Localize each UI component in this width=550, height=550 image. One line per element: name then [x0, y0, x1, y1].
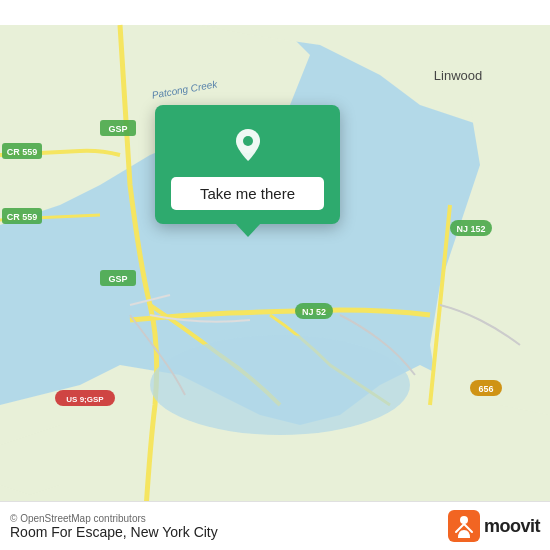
bottom-left: © OpenStreetMap contributors Room For Es…	[10, 513, 218, 540]
osm-credit: © OpenStreetMap contributors	[10, 513, 218, 524]
svg-text:NJ 152: NJ 152	[456, 224, 485, 234]
svg-text:CR 559: CR 559	[7, 212, 38, 222]
svg-text:CR 559: CR 559	[7, 147, 38, 157]
svg-text:NJ 52: NJ 52	[302, 307, 326, 317]
svg-text:US 9;GSP: US 9;GSP	[66, 395, 104, 404]
svg-text:Linwood: Linwood	[434, 68, 482, 83]
svg-point-26	[243, 136, 253, 146]
take-me-there-button[interactable]: Take me there	[171, 177, 324, 210]
svg-text:656: 656	[478, 384, 493, 394]
moovit-icon	[448, 510, 480, 542]
moovit-logo-container: moovit	[448, 510, 540, 542]
map-background: GSP GSP NJ 52 NJ 152 CR 559 CR 559 US 9;…	[0, 0, 550, 550]
location-pin-icon	[226, 123, 270, 167]
svg-text:GSP: GSP	[108, 274, 127, 284]
map-container: GSP GSP NJ 52 NJ 152 CR 559 CR 559 US 9;…	[0, 0, 550, 550]
bottom-bar: © OpenStreetMap contributors Room For Es…	[0, 501, 550, 550]
location-label: Room For Escape, New York City	[10, 524, 218, 540]
svg-point-24	[150, 335, 410, 435]
svg-text:GSP: GSP	[108, 124, 127, 134]
popup-card: Take me there	[155, 105, 340, 224]
moovit-brand-text: moovit	[484, 516, 540, 537]
